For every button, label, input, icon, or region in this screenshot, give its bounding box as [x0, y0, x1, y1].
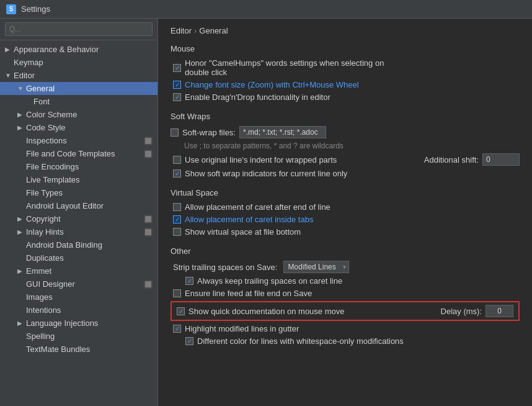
sidebar-item-spelling[interactable]: Spelling	[0, 330, 157, 343]
different-color-checkbox[interactable]	[185, 337, 193, 345]
sidebar-item-font[interactable]: Font	[0, 95, 157, 108]
sidebar-item-code-style[interactable]: Code Style	[0, 121, 157, 134]
delay-input[interactable]	[485, 305, 513, 317]
sidebar-item-copyright[interactable]: Copyright	[0, 212, 157, 225]
option-row-different-color: Different color for lines with whitespac…	[171, 336, 520, 346]
keep-trailing-label: Always keep trailing spaces on caret lin…	[197, 276, 342, 286]
sidebar-item-appearance[interactable]: Appearance & Behavior	[0, 43, 157, 56]
quick-doc-label: Show quick documentation on mouse move	[188, 307, 344, 316]
breadcrumb: Editor › General	[171, 26, 520, 35]
sidebar-item-label: Font	[33, 97, 50, 106]
sidebar-item-label: Editor	[14, 71, 35, 80]
sidebar-item-label: File Types	[26, 188, 63, 197]
badge-icon	[144, 150, 153, 158]
virtual-space-section-title: Virtual Space	[171, 188, 520, 197]
sidebar-item-label: Spelling	[26, 332, 55, 341]
sidebar-item-keymap[interactable]: Keymap	[0, 56, 157, 69]
keep-trailing-checkbox[interactable]	[185, 277, 193, 285]
sidebar-item-label: Inlay Hints	[26, 227, 64, 237]
sidebar-item-label: Inspections	[26, 136, 67, 145]
badge-icon	[144, 137, 153, 145]
strip-trailing-select-wrapper: Modified Lines None All	[283, 261, 349, 273]
sidebar-item-android-layout-editor[interactable]: Android Layout Editor	[0, 199, 157, 212]
sidebar-item-label: Android Layout Editor	[26, 201, 104, 210]
sidebar-item-label: File Encodings	[26, 162, 79, 171]
soft-wraps-section-title: Soft Wraps	[171, 112, 520, 121]
additional-shift-input[interactable]	[482, 153, 520, 166]
sidebar-item-language-injections[interactable]: Language Injections	[0, 317, 157, 330]
sidebar-item-intentions[interactable]: Intentions	[0, 304, 157, 317]
breadcrumb-separator: ›	[194, 26, 197, 35]
mouse-section: Mouse Honor "CamelHumps" words settings …	[171, 44, 520, 102]
caret-inside-tabs-checkbox[interactable]	[173, 215, 181, 223]
content-area: Editor › General Mouse Honor "CamelHumps…	[158, 19, 532, 406]
sidebar-item-inlay-hints[interactable]: Inlay Hints	[0, 225, 157, 238]
breadcrumb-parent: Editor	[171, 26, 192, 35]
arrow-icon	[17, 268, 24, 274]
sidebar-item-emmet[interactable]: Emmet	[0, 264, 157, 277]
sidebar-item-inspections[interactable]: Inspections	[0, 134, 157, 147]
delay-label: Delay (ms):	[441, 307, 482, 316]
virtual-space-section: Virtual Space Allow placement of caret a…	[171, 188, 520, 237]
arrow-icon	[17, 111, 24, 118]
caret-after-end-checkbox[interactable]	[173, 203, 181, 211]
sidebar-item-general[interactable]: General	[0, 82, 157, 95]
sidebar-item-textmate-bundles[interactable]: TextMate Bundles	[0, 343, 157, 356]
arrow-icon	[17, 215, 24, 222]
sidebar-item-label: General	[26, 84, 55, 93]
sidebar-item-label: Android Data Binding	[26, 240, 102, 250]
drag-drop-checkbox[interactable]	[173, 93, 181, 101]
soft-wrap-files-checkbox[interactable]	[171, 129, 179, 137]
sidebar-item-label: Intentions	[26, 305, 61, 315]
sidebar-item-label: Language Injections	[26, 318, 98, 328]
strip-trailing-label: Strip trailing spaces on Save:	[173, 263, 277, 272]
wrap-indicators-checkbox[interactable]	[173, 169, 181, 178]
soft-wrap-input[interactable]	[239, 126, 326, 138]
sidebar-item-live-templates[interactable]: Live Templates	[0, 173, 157, 186]
sidebar-item-label: TextMate Bundles	[26, 345, 90, 354]
caret-inside-tabs-label: Allow placement of caret inside tabs	[185, 215, 313, 224]
window-title: Settings	[21, 4, 50, 14]
sidebar-item-editor[interactable]: Editor	[0, 69, 157, 82]
sidebar-item-file-encodings[interactable]: File Encodings	[0, 160, 157, 173]
strip-trailing-select[interactable]: Modified Lines None All	[283, 261, 349, 273]
virtual-space-bottom-checkbox[interactable]	[173, 228, 181, 236]
arrow-icon	[5, 46, 11, 53]
title-bar: S Settings	[0, 0, 532, 19]
sidebar-item-duplicates[interactable]: Duplicates	[0, 251, 157, 264]
sidebar-item-color-scheme[interactable]: Color Scheme	[0, 108, 157, 121]
quick-doc-row: Show quick documentation on mouse move D…	[171, 301, 520, 321]
search-input[interactable]	[5, 22, 153, 36]
original-indent-label: Use original line's indent for wrapped p…	[185, 155, 337, 165]
search-box	[0, 19, 157, 40]
sidebar-item-label: File and Code Templates	[26, 149, 115, 158]
other-section-title: Other	[171, 246, 520, 256]
line-feed-checkbox[interactable]	[173, 289, 181, 297]
app-icon: S	[6, 4, 16, 14]
sidebar-item-file-code-templates[interactable]: File and Code Templates	[0, 147, 157, 160]
mouse-section-title: Mouse	[171, 44, 520, 53]
sidebar-item-label: Duplicates	[26, 253, 64, 263]
camel-humps-label: Honor "CamelHumps" words settings when s…	[185, 58, 384, 77]
different-color-label: Different color for lines with whitespac…	[197, 336, 404, 346]
badge-icon	[144, 280, 153, 289]
badge-icon	[144, 215, 153, 223]
sidebar-item-images[interactable]: Images	[0, 291, 157, 304]
virtual-space-bottom-label: Show virtual space at file bottom	[185, 227, 301, 237]
line-feed-label: Ensure line feed at file end on Save	[185, 289, 312, 298]
main-content: Appearance & Behavior Keymap Editor Gene…	[0, 19, 532, 406]
sidebar-item-file-types[interactable]: File Types	[0, 186, 157, 199]
sidebar-item-gui-designer[interactable]: GUI Designer	[0, 277, 157, 291]
sidebar-item-android-data-binding[interactable]: Android Data Binding	[0, 238, 157, 251]
highlight-modified-checkbox[interactable]	[173, 325, 181, 333]
soft-wraps-section: Soft Wraps Soft-wrap files: Use ; to sep…	[171, 112, 520, 178]
original-indent-checkbox[interactable]	[173, 156, 181, 164]
arrow-icon	[17, 228, 24, 235]
font-zoom-checkbox[interactable]	[173, 81, 181, 89]
camel-humps-checkbox[interactable]	[173, 64, 181, 72]
option-row-font-zoom: Change font size (Zoom) with Ctrl+Mouse …	[171, 80, 520, 89]
option-row-drag-drop: Enable Drag'n'Drop functionality in edit…	[171, 92, 520, 102]
nav-tree: Appearance & Behavior Keymap Editor Gene…	[0, 40, 157, 406]
soft-wrap-files-label: Soft-wrap files:	[182, 128, 236, 137]
quick-doc-checkbox[interactable]	[177, 307, 185, 315]
